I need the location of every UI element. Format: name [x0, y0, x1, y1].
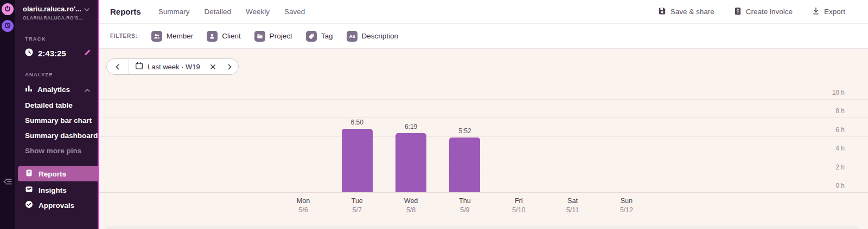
- x-axis-date-label: 5/12: [605, 206, 648, 214]
- reports-icon: [25, 169, 33, 179]
- sidebar-item-summary-dashboard[interactable]: Summary dashboard: [25, 132, 98, 140]
- chart-bar-wed[interactable]: [395, 133, 426, 192]
- calendar-icon: [135, 62, 143, 72]
- y-axis-tick-label: 10 h: [832, 89, 845, 96]
- filter-tag[interactable]: Tag: [306, 31, 333, 42]
- x-axis-date-label: 5/11: [551, 206, 595, 214]
- date-range-label: Last week · W19: [148, 63, 200, 71]
- save-share-button[interactable]: Save & share: [658, 7, 714, 17]
- x-axis-day-label: Mon: [282, 197, 325, 205]
- summary-table-card-top: [106, 226, 859, 229]
- y-axis-tick-label: 6 h: [835, 126, 845, 134]
- chevron-down-icon: [84, 4, 90, 14]
- filter-label: Client: [222, 32, 241, 40]
- filters-bar: FILTERS: Member Client Project Tag: [99, 24, 868, 49]
- prev-period-button[interactable]: [107, 59, 129, 74]
- filter-project[interactable]: Project: [254, 31, 292, 42]
- create-invoice-button[interactable]: Create invoice: [734, 7, 793, 17]
- summary-bar-chart: 0 h2 h4 h6 h8 h10 hMon5/66:50Tue5/76:19W…: [99, 49, 868, 229]
- client-icon: [207, 31, 218, 42]
- export-button[interactable]: Export: [812, 7, 845, 17]
- filter-label: Project: [270, 32, 292, 40]
- x-axis-day-label: Sat: [551, 197, 595, 205]
- bar-chart-icon: [25, 84, 33, 94]
- sidebar-item-reports[interactable]: Reports: [18, 166, 98, 181]
- clear-date-icon[interactable]: [210, 64, 216, 70]
- report-tabs: Summary Detailed Weekly Saved: [158, 8, 305, 16]
- description-icon: Aa: [347, 31, 358, 42]
- action-label: Create invoice: [746, 8, 793, 16]
- y-axis-tick-label: 0 h: [835, 182, 845, 189]
- x-axis-day-label: Tue: [335, 197, 379, 205]
- timer-clock-icon: [25, 48, 33, 58]
- y-axis-tick-label: 4 h: [835, 145, 845, 152]
- member-icon: [151, 31, 162, 42]
- chevron-up-icon[interactable]: [85, 84, 90, 94]
- invoice-icon: [734, 7, 742, 17]
- action-label: Save & share: [671, 8, 714, 16]
- workspace-subtitle: OLARIU.RALUCA.RO'S...: [23, 15, 94, 21]
- timer-value: 2:43:25: [38, 49, 79, 58]
- sidebar-item-summary-bar-chart[interactable]: Summary bar chart: [25, 116, 92, 125]
- bar-value-label: 6:50: [335, 119, 379, 126]
- sidebar-item-label: Insights: [39, 186, 67, 194]
- gridline: [99, 192, 868, 193]
- top-bar: Reports Summary Detailed Weekly Saved Sa…: [99, 0, 868, 24]
- toggl-track-logo[interactable]: [2, 3, 14, 15]
- x-axis-day-label: Wed: [390, 197, 433, 205]
- bar-value-label: 5:52: [443, 127, 487, 135]
- filter-client[interactable]: Client: [207, 31, 241, 42]
- edit-pencil-icon[interactable]: [84, 49, 91, 58]
- sidebar-item-label: Reports: [39, 170, 66, 178]
- y-axis-tick-label: 2 h: [835, 163, 845, 171]
- app-rail: [0, 0, 15, 229]
- x-axis-day-label: Sun: [605, 197, 648, 205]
- toggl-plan-logo[interactable]: [2, 20, 14, 32]
- insights-icon: [25, 185, 33, 195]
- gridline: [99, 99, 868, 100]
- next-period-button[interactable]: [222, 64, 238, 70]
- filter-label: Tag: [321, 32, 333, 40]
- sidebar-item-detailed-table[interactable]: Detailed table: [25, 101, 73, 109]
- gridline: [99, 174, 868, 174]
- svg-text:Aa: Aa: [349, 34, 355, 39]
- tab-saved[interactable]: Saved: [284, 8, 305, 16]
- save-icon: [658, 7, 666, 17]
- collapse-sidebar-icon[interactable]: [3, 178, 12, 187]
- show-more-pins[interactable]: Show more pins: [25, 147, 81, 155]
- filter-member[interactable]: Member: [151, 31, 194, 42]
- filter-description[interactable]: Aa Description: [347, 31, 399, 42]
- project-icon: [254, 31, 265, 42]
- sidebar-item-approvals[interactable]: Approvals: [25, 198, 74, 212]
- report-content: Last week · W19 0 h2 h4 h6 h8 h10 hMon5/…: [99, 49, 868, 229]
- filter-label: Member: [167, 32, 194, 40]
- topbar-actions: Save & share Create invoice Export: [658, 7, 845, 17]
- sidebar-item-analytics[interactable]: Analytics: [25, 84, 90, 94]
- power-icon: [4, 4, 11, 14]
- timer-row[interactable]: 2:43:25: [25, 48, 91, 58]
- sidebar: olariu.raluca.ro'... OLARIU.RALUCA.RO'S.…: [15, 0, 98, 229]
- tab-summary[interactable]: Summary: [158, 8, 190, 16]
- x-axis-date-label: 5/9: [443, 206, 487, 214]
- chart-bar-thu[interactable]: [449, 138, 480, 192]
- sidebar-item-label: Approvals: [39, 201, 74, 210]
- x-axis-date-label: 5/8: [390, 206, 433, 214]
- x-axis-day-label: Thu: [443, 197, 487, 205]
- chart-bar-tue[interactable]: [342, 129, 373, 192]
- date-range-picker[interactable]: Last week · W19: [106, 58, 239, 75]
- gridline: [99, 136, 868, 137]
- x-axis-date-label: 5/6: [282, 206, 325, 214]
- workspace-name: olariu.raluca.ro'...: [23, 5, 81, 13]
- gridline: [99, 117, 868, 118]
- tab-weekly[interactable]: Weekly: [246, 8, 270, 16]
- bar-value-label: 6:19: [390, 123, 433, 130]
- workspace-switcher[interactable]: olariu.raluca.ro'... OLARIU.RALUCA.RO'S.…: [23, 4, 94, 21]
- action-label: Export: [824, 8, 845, 16]
- tag-icon: [306, 31, 317, 42]
- tab-detailed[interactable]: Detailed: [204, 8, 231, 16]
- filter-label: Description: [362, 32, 399, 40]
- track-section-label: TRACK: [25, 36, 46, 42]
- analyze-section-label: ANALYZE: [25, 71, 53, 77]
- sidebar-item-insights[interactable]: Insights: [25, 183, 67, 197]
- x-axis-date-label: 5/10: [497, 206, 540, 214]
